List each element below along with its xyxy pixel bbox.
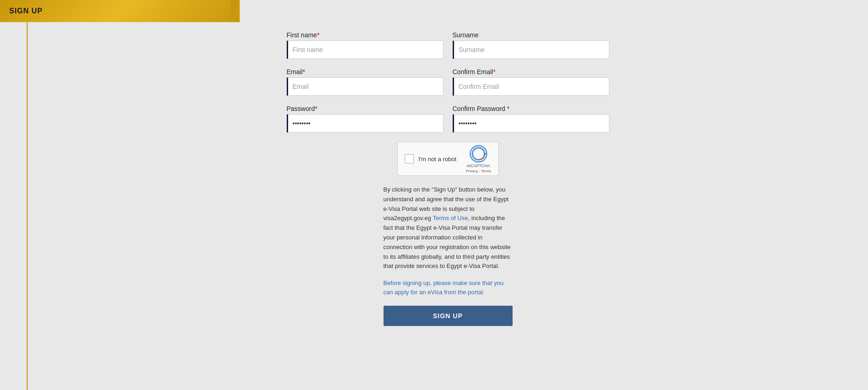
password-row: Password* Confirm Password * xyxy=(287,105,609,133)
captcha-privacy-terms: Privacy - Terms xyxy=(466,169,491,173)
name-row: First name* Surname xyxy=(287,31,609,59)
first-name-group: First name* xyxy=(287,31,443,59)
confirm-email-input[interactable] xyxy=(453,77,609,96)
email-row: Email* Confirm Email* xyxy=(287,68,609,96)
captcha-label: I'm not a robot xyxy=(419,156,457,163)
signup-form: First name* Surname Email* xyxy=(287,31,609,335)
confirm-password-group: Confirm Password * xyxy=(453,105,609,133)
confirm-password-input[interactable] xyxy=(453,114,609,133)
surname-group: Surname xyxy=(453,31,609,59)
email-input[interactable] xyxy=(287,77,443,96)
email-group: Email* xyxy=(287,68,443,96)
captcha-left: I'm not a robot xyxy=(405,154,457,163)
surname-label: Surname xyxy=(453,31,609,39)
main-content: First name* Surname Email* xyxy=(28,22,868,390)
recaptcha-brand: reCAPTCHA xyxy=(467,163,490,168)
password-group: Password* xyxy=(287,105,443,133)
confirm-email-label: Confirm Email* xyxy=(453,68,609,76)
captcha-box[interactable]: I'm not a robot reCAPTCHA xyxy=(397,142,499,176)
terms-block: By clicking on the "Sign Up" button belo… xyxy=(287,185,609,335)
email-label: Email* xyxy=(287,68,443,76)
captcha-right: reCAPTCHA Privacy - Terms xyxy=(466,145,491,173)
evisa-note: Before signing up, please make sure that… xyxy=(384,279,513,297)
first-name-input[interactable] xyxy=(287,41,443,59)
password-label: Password* xyxy=(287,105,443,112)
recaptcha-logo-icon xyxy=(470,145,487,163)
header-bar: SIGN UP xyxy=(0,0,240,22)
signup-button[interactable]: SIGN UP xyxy=(384,306,513,326)
first-name-label: First name* xyxy=(287,31,443,39)
surname-input[interactable] xyxy=(453,41,609,59)
signup-btn-container: SIGN UP xyxy=(384,306,513,326)
confirm-email-group: Confirm Email* xyxy=(453,68,609,96)
terms-of-use-link[interactable]: Terms of Use xyxy=(433,215,468,221)
confirm-password-label: Confirm Password * xyxy=(453,105,609,112)
page-title: SIGN UP xyxy=(9,7,43,15)
left-border-decoration xyxy=(0,22,28,390)
password-input[interactable] xyxy=(287,114,443,133)
captcha-container: I'm not a robot reCAPTCHA xyxy=(287,142,609,176)
terms-text: By clicking on the "Sign Up" button belo… xyxy=(384,185,513,271)
captcha-checkbox[interactable] xyxy=(405,154,414,163)
